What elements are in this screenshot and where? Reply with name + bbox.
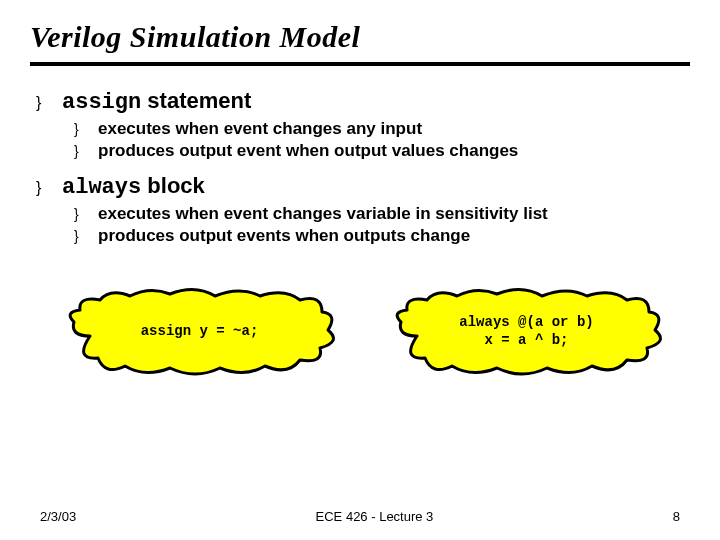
bullet-text: assign statement [62,88,251,115]
keyword-always: always [62,175,141,200]
bullet-icon: } [74,121,98,137]
blob-code: assign y = ~a; [60,286,340,376]
code-line: assign y = ~a; [141,322,259,340]
blob-code: always @(a or b) x = a ^ b; [387,286,667,376]
subitem-text: produces output event when output values… [98,141,518,161]
title-rule [30,62,690,66]
diagram-row: assign y = ~a; always @(a or b) x = a ^ … [36,286,690,376]
slide: Verilog Simulation Model } assign statem… [0,0,720,540]
rest-text: block [141,173,205,198]
bullet-icon: } [36,94,62,112]
keyword-assign: assign [62,90,141,115]
bullet-icon: } [74,206,98,222]
blob-assign: assign y = ~a; [60,286,340,376]
bullet-text: always block [62,173,205,200]
blob-always: always @(a or b) x = a ^ b; [387,286,667,376]
subitem-text: executes when event changes any input [98,119,422,139]
sublist-always: } executes when event changes variable i… [74,204,690,246]
subitem-text: executes when event changes variable in … [98,204,548,224]
slide-title: Verilog Simulation Model [30,20,690,54]
bullet-icon: } [74,143,98,159]
bullet-always: } always block [36,173,690,200]
subitem: } executes when event changes any input [74,119,690,139]
bullet-assign: } assign statement [36,88,690,115]
bullet-icon: } [36,179,62,197]
bullet-icon: } [74,228,98,244]
footer-date: 2/3/03 [40,509,76,524]
content-area: } assign statement } executes when event… [30,88,690,376]
code-line: x = a ^ b; [484,331,568,349]
subitem: } produces output events when outputs ch… [74,226,690,246]
footer-page: 8 [673,509,680,524]
footer-center: ECE 426 - Lecture 3 [316,509,434,524]
code-line: always @(a or b) [459,313,593,331]
sublist-assign: } executes when event changes any input … [74,119,690,161]
rest-text: statement [141,88,251,113]
subitem: } produces output event when output valu… [74,141,690,161]
subitem: } executes when event changes variable i… [74,204,690,224]
slide-footer: 2/3/03 ECE 426 - Lecture 3 8 [0,509,720,524]
subitem-text: produces output events when outputs chan… [98,226,470,246]
